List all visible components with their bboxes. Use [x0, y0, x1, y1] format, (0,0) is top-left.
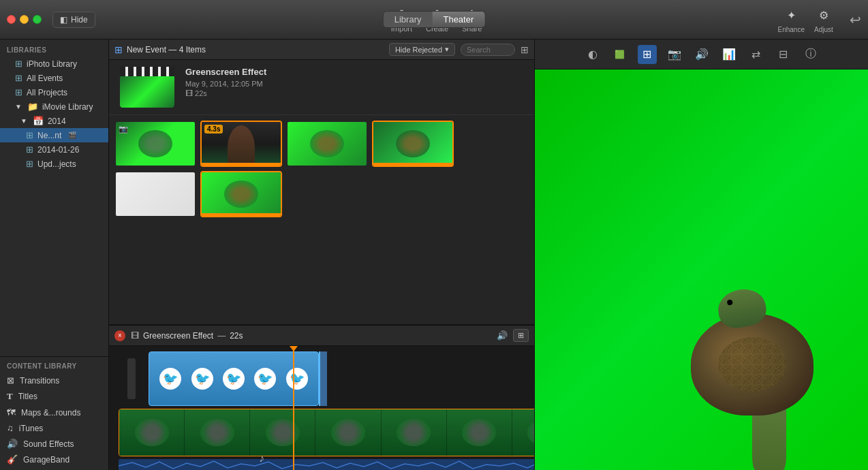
- itunes-label: iTunes: [19, 424, 44, 433]
- allprojects-icon: ⊞: [15, 87, 22, 97]
- clip1-content: [138, 130, 172, 157]
- audio-enhance-tool[interactable]: 🔊: [692, 45, 711, 64]
- content-item-soundeffects[interactable]: 🔊 Sound Effects: [0, 436, 108, 452]
- close-icon: ×: [118, 332, 122, 339]
- grid-view-toggle[interactable]: ⊞: [521, 44, 529, 55]
- film-icon-small: 🎞: [185, 89, 193, 97]
- updated-icon: ⊞: [26, 159, 33, 169]
- preview-video: [535, 69, 868, 470]
- greenscreen-tool[interactable]: 🟩: [610, 45, 630, 64]
- twitter-bird-5: 🐦: [286, 368, 308, 390]
- soundeffects-icon: 🔊: [7, 439, 18, 449]
- video-clip-3[interactable]: [286, 121, 368, 167]
- close-timeline-button[interactable]: ×: [114, 330, 125, 341]
- updated-label: Upd...jects: [37, 159, 76, 169]
- sidebar-item-iphoto[interactable]: ⊞ iPhoto Library: [0, 57, 108, 71]
- info-icon: ⓘ: [805, 47, 816, 61]
- transitions-label: Transitions: [20, 376, 59, 386]
- sidebar-item-date[interactable]: ⊞ 2014-01-26: [0, 142, 108, 157]
- color-correction-tool[interactable]: ◐: [583, 45, 602, 64]
- libraries-section: LIBRARIES ⊞ iPhoto Library ⊞ All Events …: [0, 40, 108, 175]
- preview-toolbar: ◐ 🟩 ⊞ 📷 🔊 📊 ⇄ ⊟ ⓘ: [535, 40, 868, 69]
- person-silhouette: [228, 125, 255, 163]
- iphoto-label: iPhoto Library: [27, 59, 77, 69]
- clip5-bg: [116, 172, 195, 216]
- turtle-eye: [727, 299, 733, 305]
- crop-icon: ⊞: [642, 48, 651, 61]
- crop-tool[interactable]: ⊞: [638, 45, 657, 64]
- content-item-itunes[interactable]: ♫ iTunes: [0, 420, 108, 436]
- video-clip-6[interactable]: [200, 171, 282, 217]
- year-label: 2014: [48, 116, 66, 126]
- content-item-titles[interactable]: T Titles: [0, 388, 108, 405]
- cutaway-tool[interactable]: ⇄: [747, 45, 766, 64]
- video-clip-1[interactable]: 📷: [114, 121, 196, 167]
- clip-end-handle[interactable]: [319, 351, 327, 406]
- greenscreen-icon: 🟩: [615, 50, 625, 59]
- turtle-shell: [691, 313, 813, 416]
- track-resize-handle[interactable]: [127, 358, 136, 399]
- sidebar-item-imovelibrary[interactable]: ▼ 📁 iMovie Library: [0, 99, 108, 114]
- hide-button[interactable]: ◧ Hide: [52, 12, 95, 28]
- sidebar-item-updated[interactable]: ⊞ Upd...jects: [0, 157, 108, 171]
- enhance-label: Enhance: [778, 26, 805, 33]
- cutaway-icon: ⇄: [751, 48, 760, 61]
- caption-tool[interactable]: ⊟: [774, 45, 793, 64]
- window-controls: [7, 15, 42, 24]
- twitter-track: 🐦 🐦 🐦 🐦 🐦: [114, 351, 529, 406]
- clip4-turtle: [396, 130, 430, 157]
- adjust-icon: ⚙: [814, 5, 833, 25]
- video-clip-2[interactable]: 4.3s: [200, 121, 282, 167]
- timeline-title: 🎞 Greenscreen Effect — 22s: [131, 331, 243, 341]
- adjust-tool[interactable]: ⚙ Adjust: [814, 5, 833, 33]
- sidebar-item-allevents[interactable]: ⊞ All Events: [0, 71, 108, 85]
- close-button[interactable]: [7, 15, 16, 24]
- theater-toggle-button[interactable]: Theater: [432, 12, 484, 27]
- sidebar-item-newevent[interactable]: ⊞ Ne...nt 🎬: [0, 128, 108, 142]
- transitions-icon: ⊠: [7, 375, 14, 386]
- video-clip-5[interactable]: [114, 171, 196, 217]
- vc-seg-5: [382, 409, 447, 456]
- info-tool[interactable]: ⓘ: [801, 45, 820, 64]
- clapboard: [120, 67, 174, 76]
- shell-hexagon-pattern: [718, 337, 786, 392]
- video-clip-4[interactable]: [372, 121, 454, 167]
- sidebar-item-allprojects[interactable]: ⊞ All Projects: [0, 85, 108, 99]
- video-track: [119, 409, 529, 456]
- twitter-bird-3: 🐦: [223, 368, 245, 390]
- content-library-header: CONTENT LIBRARY: [0, 360, 108, 373]
- add-event-icon[interactable]: ⊞: [114, 44, 123, 55]
- vc-seg-2: [185, 409, 250, 456]
- timeline-tracks: 🐦 🐦 🐦 🐦 🐦: [109, 346, 534, 470]
- maximize-button[interactable]: [33, 15, 42, 24]
- timeline-right-controls: 🔊 ⊞: [497, 329, 529, 342]
- waveform-svg: [119, 459, 534, 470]
- main-layout: LIBRARIES ⊞ iPhoto Library ⊞ All Events …: [0, 40, 868, 470]
- content-item-garageband[interactable]: 🎸 GarageBand: [0, 452, 108, 467]
- vc-seg-4: [315, 409, 381, 456]
- enhance-tool[interactable]: ✦ Enhance: [778, 5, 805, 33]
- timeline-grid-button[interactable]: ⊞: [513, 329, 529, 342]
- twitter-clip[interactable]: 🐦 🐦 🐦 🐦 🐦: [149, 351, 319, 406]
- preview-image: [535, 69, 868, 470]
- filter-button[interactable]: Hide Rejected ▾: [389, 43, 455, 56]
- clip3-turtle: [310, 130, 344, 157]
- content-item-transitions[interactable]: ⊠ Transitions: [0, 373, 108, 388]
- minimize-button[interactable]: [20, 15, 29, 24]
- stabilize-icon: 📷: [668, 48, 681, 61]
- search-input[interactable]: [461, 44, 515, 56]
- content-item-maps[interactable]: 🗺 Maps &...rounds: [0, 405, 108, 420]
- event-thumbnail: [120, 67, 174, 108]
- video-grid[interactable]: 📷 4.3s: [109, 115, 534, 324]
- undo-button[interactable]: ↩: [850, 12, 861, 28]
- date-label: 2014-01-26: [37, 145, 79, 155]
- video-clip-timeline[interactable]: [119, 409, 534, 456]
- library-toggle-button[interactable]: Library: [384, 12, 433, 27]
- volume-icon: 🔊: [497, 330, 508, 341]
- right-toolbar: ✦ Enhance ⚙ Adjust ↩: [778, 5, 861, 33]
- camera-stabilize-tool[interactable]: 📷: [665, 45, 684, 64]
- audio-graph-tool[interactable]: 📊: [719, 45, 739, 64]
- caption-icon: ⊟: [779, 48, 788, 61]
- sidebar-item-2014[interactable]: ▼ 📅 2014: [0, 114, 108, 128]
- timeline-content: 🐦 🐦 🐦 🐦 🐦: [109, 346, 534, 470]
